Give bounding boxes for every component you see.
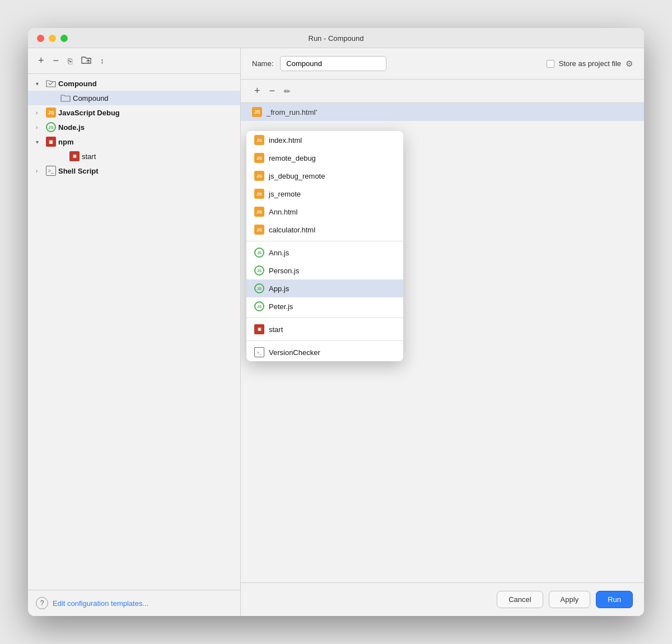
sidebar-copy-button[interactable]: ⎘	[66, 55, 74, 67]
minimize-button[interactable]	[49, 35, 56, 42]
right-panel: Name: Store as project file ⚙ + − ✏	[241, 48, 644, 616]
maximize-button[interactable]	[60, 35, 68, 42]
minus-icon: −	[53, 55, 59, 67]
settings-icon[interactable]: ⚙	[626, 59, 633, 69]
sidebar: + − ⎘	[28, 48, 241, 616]
shell-icon: >_	[46, 166, 56, 176]
config-add-button[interactable]: +	[252, 84, 263, 98]
config-area: JS _from_run.html' JS index.html JS remo…	[241, 103, 644, 582]
dropdown-item-js-debug-remote[interactable]: JS js_debug_remote	[246, 167, 403, 185]
dropdown-item-version-checker[interactable]: >_ VersionChecker	[246, 343, 403, 361]
copy-icon: ⎘	[68, 57, 72, 66]
dropdown-item-remote-debug[interactable]: JS remote_debug	[246, 149, 403, 167]
sidebar-tree: ▾ Compound	[28, 74, 240, 590]
dropdown-item-label: index.html	[269, 136, 302, 144]
sidebar-footer: ? Edit configuration templates...	[28, 590, 240, 616]
arrow-icon: ›	[36, 168, 44, 174]
sidebar-toolbar: + − ⎘	[28, 48, 240, 74]
config-edit-button[interactable]: ✏	[282, 84, 293, 98]
close-button[interactable]	[37, 35, 44, 42]
dropdown-item-label: App.js	[269, 284, 289, 293]
edit-templates-link[interactable]: Edit configuration templates...	[53, 599, 148, 608]
config-selected-row[interactable]: JS _from_run.html'	[241, 103, 644, 121]
dropdown-divider-1	[246, 241, 403, 241]
bottom-bar: Cancel Apply Run	[241, 582, 644, 616]
run-dialog: Run - Compound + − ⎘	[28, 28, 644, 616]
sidebar-remove-button[interactable]: −	[51, 54, 62, 68]
name-input[interactable]	[280, 56, 386, 71]
js-icon: JS	[254, 153, 264, 163]
sidebar-folder-button[interactable]	[79, 54, 94, 67]
sidebar-label-compound-root: Compound	[58, 80, 97, 88]
nodejs-icon: JS	[46, 122, 56, 132]
dropdown-item-label: Person.js	[269, 267, 299, 275]
js-icon: JS	[254, 135, 264, 145]
sidebar-item-shell[interactable]: › >_ Shell Script	[28, 164, 240, 178]
dropdown-item-label: Ann.html	[269, 208, 297, 216]
sidebar-label-js-debug: JavaScript Debug	[58, 109, 120, 117]
dropdown-item-label: remote_debug	[269, 154, 316, 162]
compound-child-icon	[60, 93, 71, 103]
compound-folder-icon	[46, 78, 56, 88]
js-icon: JS	[254, 171, 264, 181]
arrow-icon: ▾	[36, 139, 44, 145]
sidebar-item-compound-child[interactable]: Compound	[28, 91, 240, 105]
window-controls	[37, 35, 68, 42]
config-toolbar: + − ✏	[241, 80, 644, 103]
edit-icon: ✏	[284, 87, 291, 96]
js-icon: JS	[254, 207, 264, 217]
store-as-project-file-checkbox[interactable]	[547, 60, 554, 68]
dropdown-item-person-js[interactable]: JS Person.js	[246, 262, 403, 279]
sidebar-item-js-debug[interactable]: › JS JavaScript Debug	[28, 105, 240, 120]
run-button[interactable]: Run	[596, 591, 633, 608]
dropdown-item-label: js_debug_remote	[269, 172, 325, 180]
dropdown-divider-3	[246, 340, 403, 341]
dropdown-item-start[interactable]: ▣ start	[246, 320, 403, 338]
dropdown-menu: JS index.html JS remote_debug JS js_debu…	[246, 131, 403, 361]
sidebar-item-npm-start[interactable]: ▣ start	[28, 149, 240, 164]
js-debug-icon: JS	[46, 108, 56, 118]
arrow-icon: ›	[36, 110, 44, 116]
name-label: Name:	[252, 59, 273, 68]
plus-icon: +	[38, 55, 44, 67]
nodejs-icon: JS	[254, 265, 264, 276]
arrow-icon: ▾	[36, 81, 44, 87]
move-folder-icon	[81, 55, 91, 66]
dropdown-item-ann-js[interactable]: JS Ann.js	[246, 244, 403, 262]
question-icon: ?	[40, 599, 44, 607]
sidebar-label-npm: npm	[58, 138, 73, 146]
dropdown-item-peter-js[interactable]: JS Peter.js	[246, 297, 403, 315]
dropdown-item-calculator-html[interactable]: JS calculator.html	[246, 221, 403, 239]
dropdown-item-app-js[interactable]: JS App.js	[246, 279, 403, 297]
dropdown-item-label: Ann.js	[269, 249, 289, 257]
apply-button[interactable]: Apply	[549, 591, 591, 608]
js-icon: JS	[254, 225, 264, 235]
main-content: + − ⎘	[28, 48, 644, 616]
config-row-js-icon: JS	[252, 107, 262, 117]
sidebar-label-nodejs: Node.js	[58, 123, 85, 132]
npm-icon: ▣	[46, 137, 56, 147]
dropdown-item-label: Peter.js	[269, 302, 293, 311]
npm-start-icon: ▣	[69, 151, 80, 161]
dropdown-item-ann-html[interactable]: JS Ann.html	[246, 203, 403, 221]
sidebar-label-compound-child: Compound	[73, 94, 109, 102]
sidebar-item-compound-root[interactable]: ▾ Compound	[28, 76, 240, 91]
arrow-icon: ›	[36, 124, 44, 130]
window-title: Run - Compound	[309, 34, 364, 43]
dropdown-item-index-html[interactable]: JS index.html	[246, 131, 403, 149]
dropdown-item-js-remote[interactable]: JS js_remote	[246, 185, 403, 203]
sidebar-sort-button[interactable]: ↕	[98, 55, 106, 66]
nodejs-icon: JS	[254, 248, 264, 258]
dropdown-item-label: js_remote	[269, 190, 301, 198]
dropdown-divider-2	[246, 318, 403, 318]
sidebar-item-npm[interactable]: ▾ ▣ npm	[28, 134, 240, 149]
sidebar-add-button[interactable]: +	[36, 54, 46, 68]
config-remove-button[interactable]: −	[267, 84, 278, 98]
config-row-text: _from_run.html'	[267, 108, 317, 116]
dropdown-item-label: calculator.html	[269, 226, 315, 234]
shell-icon: >_	[254, 347, 264, 357]
cancel-button[interactable]: Cancel	[497, 591, 543, 608]
sidebar-item-nodejs[interactable]: › JS Node.js	[28, 120, 240, 134]
nodejs-icon: JS	[254, 283, 264, 293]
help-button[interactable]: ?	[36, 597, 48, 609]
